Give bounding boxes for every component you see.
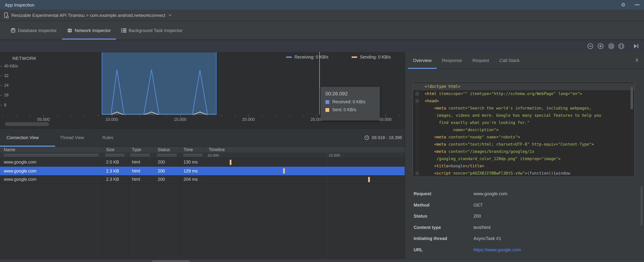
bottom-bar-item-app-inspection[interactable]: App Inspection	[152, 260, 190, 262]
table-row[interactable]: www.google.com2.3 KBhtml200129 ms	[0, 167, 405, 175]
detail-panel-scrollbar[interactable]	[640, 186, 642, 226]
globe-icon	[67, 28, 72, 33]
response-code-viewer[interactable]: <!doctype html><html itemscope="" itemty…	[412, 82, 635, 177]
y-axis-label: 8	[4, 103, 6, 107]
tab-label: Background Task Inspector	[129, 28, 182, 33]
chart-seek-line	[319, 52, 320, 115]
bottom-bar-item-version-control[interactable]: Version Control	[4, 260, 42, 262]
tab-rules[interactable]: Rules	[102, 129, 113, 147]
fold-marker-icon[interactable]	[416, 100, 419, 102]
bottom-bar-item-profiler[interactable]: Profiler	[320, 260, 344, 262]
tooltip-sent: Sent: 0 KB/s	[326, 108, 375, 112]
process-selector-bar[interactable]: Resizable Experimental API Tiramisu > co…	[0, 10, 644, 21]
x-tick	[139, 115, 140, 116]
cell-status: 200	[154, 177, 180, 182]
code-line: <html itemscope="" itemtype="http://sche…	[413, 90, 634, 98]
y-axis-label: 24	[4, 83, 8, 88]
chevron-down-icon[interactable]	[168, 14, 172, 16]
phone-icon	[4, 12, 8, 18]
cell-time: 130 ms	[180, 160, 205, 164]
detail-tab-response[interactable]: Response	[437, 52, 467, 69]
field-value: text/html	[474, 225, 490, 230]
y-axis-tick	[0, 76, 2, 76]
skip-to-end-icon[interactable]	[633, 43, 639, 49]
filter-dash	[4, 156, 98, 156]
x-axis-label: 05.000	[37, 117, 50, 122]
request-timeline-marker	[230, 160, 232, 165]
code-scrollbar[interactable]	[630, 87, 633, 110]
app-inspection-window: App Inspection ⚙ Resizable Experimental …	[0, 0, 644, 262]
cell-name: www.google.com	[0, 160, 102, 164]
x-tick	[303, 115, 304, 116]
zoom-in-icon[interactable]	[598, 43, 604, 49]
inspector-tab-bar: Database InspectorNetwork InspectorBackg…	[0, 21, 644, 40]
fold-marker-icon[interactable]	[416, 92, 419, 95]
connection-view-bar: Connection ViewThread ViewRules 09.918 -…	[0, 128, 405, 147]
tab-connection-view[interactable]: Connection View	[6, 129, 39, 147]
tab-database-inspector[interactable]: Database Inspector	[6, 21, 62, 40]
gear-icon[interactable]: ⚙	[621, 2, 626, 8]
table-filter-row	[0, 152, 405, 158]
chart-tooltip: 00:26.092 Received: 0 KB/sSent: 0 KB/s	[320, 87, 380, 120]
bottom-bar-item-services[interactable]: Services	[268, 260, 294, 262]
close-icon[interactable]: X	[636, 58, 638, 63]
connections-table: NameSizeTypeStatusTimeTimeline10.00015.0…	[0, 147, 405, 259]
field-value-link[interactable]: https://www.google.com	[474, 247, 521, 252]
bottom-bar-item-upgrade-assistant[interactable]: Upgrade Assistant	[347, 260, 390, 262]
bottom-bar-item-build[interactable]: Build	[297, 260, 317, 262]
timeline-tick-label: 15.000	[328, 153, 340, 157]
minimize-icon[interactable]	[635, 4, 640, 5]
column-header-time[interactable]: Time	[180, 147, 205, 152]
filter-dash	[105, 154, 125, 154]
field-label: Content type	[414, 225, 474, 230]
x-tick	[180, 115, 180, 117]
bottom-bar-item-logcat[interactable]: Logcat	[192, 260, 216, 262]
column-header-timeline[interactable]: Timeline	[205, 147, 405, 152]
legend-label: Sending: 0 KB/s	[360, 55, 391, 60]
zoom-to-selection-icon[interactable]	[618, 43, 624, 49]
database-icon	[11, 28, 16, 33]
column-header-size[interactable]: Size	[102, 147, 128, 152]
reset-zoom-icon[interactable]	[608, 43, 614, 49]
field-url: URLhttps://www.google.com	[414, 247, 638, 252]
tooltip-label: Sent: 0 KB/s	[332, 108, 356, 112]
detail-tab-request[interactable]: Request	[467, 52, 494, 69]
bottom-bar-item-todo[interactable]: TODO	[67, 260, 89, 262]
x-tick	[235, 115, 235, 116]
chart-title: NETWORK	[12, 56, 36, 61]
tooltip-received: Received: 0 KB/s	[326, 100, 375, 104]
code-line: /googleg_standard_color_128dp.png" itemp…	[413, 155, 634, 162]
fold-marker-icon[interactable]	[416, 172, 419, 175]
column-header-status[interactable]: Status	[154, 147, 180, 152]
code-line: <script nonce="p4OZXBJIYBBwFl3DtS-vXw">(…	[413, 170, 634, 177]
field-label: Initiating thread	[414, 236, 474, 241]
tooltip-time: 00:26.092	[326, 91, 375, 96]
bottom-bar-item-run[interactable]: Run	[45, 260, 64, 262]
x-tick	[2, 115, 3, 116]
chart-horizontal-scrollbar[interactable]	[5, 122, 49, 126]
x-tick	[57, 115, 57, 116]
field-label: Status	[414, 214, 474, 218]
field-status: Status200	[414, 214, 638, 218]
table-row[interactable]: www.google.com2.3 KBhtml200204 ms	[0, 175, 405, 184]
column-header-name[interactable]: Name	[0, 147, 102, 152]
code-line: <!doctype html>	[413, 83, 634, 90]
tab-background-task-inspector[interactable]: Background Task Inspector	[116, 21, 188, 40]
request-timeline-marker	[368, 177, 370, 182]
x-tick	[44, 115, 44, 117]
table-row[interactable]: www.google.com2.0 KBhtml200130 ms	[0, 158, 405, 167]
tab-network-inspector[interactable]: Network Inspector	[62, 21, 116, 40]
bottom-bar-item-terminal[interactable]: Terminal	[123, 260, 150, 262]
tab-thread-view[interactable]: Thread View	[60, 129, 84, 147]
x-tick	[385, 115, 386, 117]
cell-type: html	[128, 160, 154, 164]
bottom-bar-item-problems[interactable]: Problems	[92, 260, 120, 262]
detail-tab-overview[interactable]: Overview	[408, 52, 437, 69]
field-label: URL	[414, 247, 474, 252]
detail-tab-call-stack[interactable]: Call Stack	[494, 52, 525, 69]
column-header-type[interactable]: Type	[128, 147, 154, 152]
zoom-out-icon[interactable]	[587, 43, 594, 49]
x-tick	[399, 115, 399, 116]
bottom-bar-item-app-quality-insights[interactable]: App Quality Insights	[218, 260, 265, 262]
window-title: App Inspection	[5, 2, 34, 8]
